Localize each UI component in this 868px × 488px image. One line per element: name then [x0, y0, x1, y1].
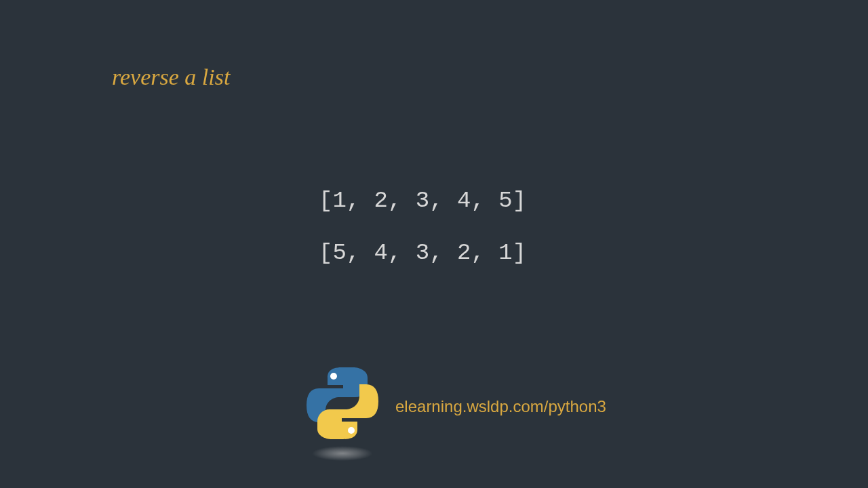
logo-shadow: [312, 446, 373, 461]
code-example: [1, 2, 3, 4, 5] [5, 4, 3, 2, 1]: [319, 188, 526, 266]
svg-point-0: [330, 373, 337, 380]
code-line-reversed: [5, 4, 3, 2, 1]: [319, 241, 526, 266]
footer-url: elearning.wsldp.com/python3: [395, 397, 606, 416]
python-logo-icon: [305, 366, 383, 461]
slide-title: reverse a list: [112, 64, 230, 90]
code-line-original: [1, 2, 3, 4, 5]: [319, 188, 526, 214]
footer: elearning.wsldp.com/python3: [305, 366, 606, 461]
svg-point-1: [348, 427, 355, 434]
